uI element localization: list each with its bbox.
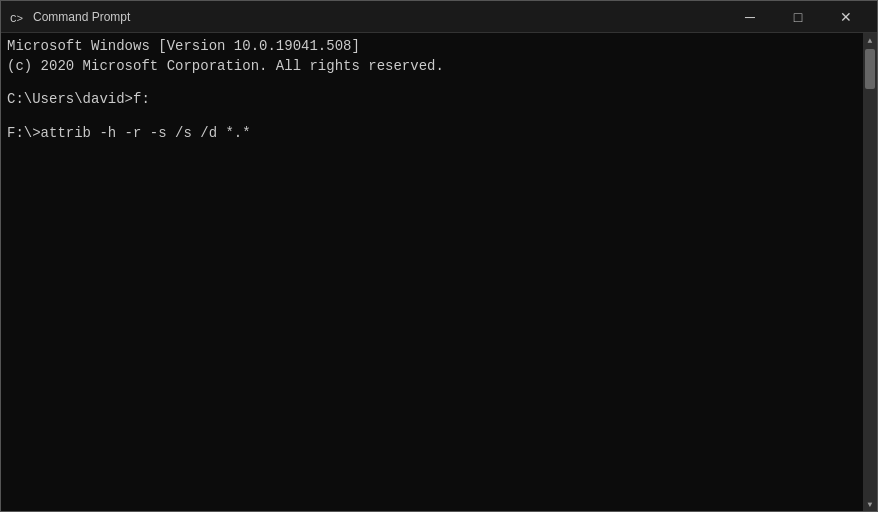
first-prompt-line: C:\Users\david>f: <box>7 90 855 110</box>
command-line: F:\> attrib -h -r -s /s /d *.* <box>7 124 855 144</box>
window-title: Command Prompt <box>33 10 130 24</box>
cmd-icon: C> <box>9 9 25 25</box>
title-bar-controls: ─ □ ✕ <box>727 1 869 33</box>
scrollbar[interactable]: ▲ ▼ <box>863 33 877 511</box>
blank-line-1 <box>7 76 855 90</box>
copyright-line: (c) 2020 Microsoft Corporation. All righ… <box>7 57 855 77</box>
maximize-button[interactable]: □ <box>775 1 821 33</box>
blank-line-2 <box>7 110 855 124</box>
scroll-down-arrow[interactable]: ▼ <box>863 497 877 511</box>
title-bar-left: C> Command Prompt <box>9 9 130 25</box>
terminal-content: Microsoft Windows [Version 10.0.19041.50… <box>7 37 871 143</box>
cmd-window: C> Command Prompt ─ □ ✕ Microsoft Window… <box>0 0 878 512</box>
terminal-body[interactable]: Microsoft Windows [Version 10.0.19041.50… <box>1 33 877 511</box>
close-button[interactable]: ✕ <box>823 1 869 33</box>
minimize-button[interactable]: ─ <box>727 1 773 33</box>
command-text: attrib -h -r -s /s /d *.* <box>41 124 251 144</box>
scroll-thumb[interactable] <box>865 49 875 89</box>
version-line: Microsoft Windows [Version 10.0.19041.50… <box>7 37 855 57</box>
title-bar: C> Command Prompt ─ □ ✕ <box>1 1 877 33</box>
scroll-track[interactable] <box>863 47 877 497</box>
prompt-text: F:\> <box>7 124 41 144</box>
scroll-up-arrow[interactable]: ▲ <box>863 33 877 47</box>
svg-text:C>: C> <box>10 13 23 25</box>
